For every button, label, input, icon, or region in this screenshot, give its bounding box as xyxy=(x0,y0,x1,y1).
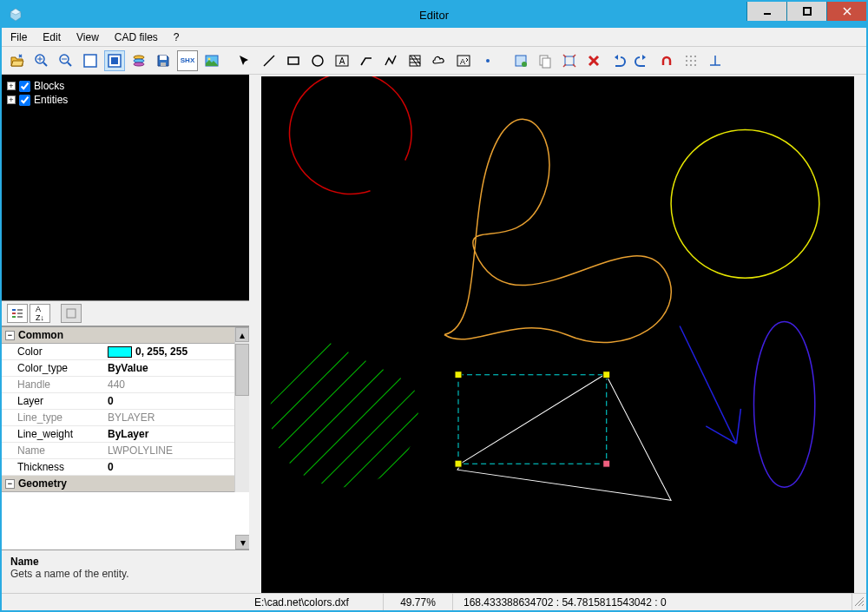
yellow-circle[interactable] xyxy=(671,129,819,278)
blue-arrow[interactable] xyxy=(680,326,740,444)
cloud-button[interactable] xyxy=(429,50,450,71)
save-button[interactable] xyxy=(153,50,174,71)
svg-point-35 xyxy=(486,59,490,63)
mtext-button[interactable]: A xyxy=(453,50,474,71)
svg-line-11 xyxy=(68,63,71,66)
select-button[interactable] xyxy=(234,50,255,71)
undo-button[interactable] xyxy=(608,50,628,71)
svg-point-43 xyxy=(686,56,687,57)
tree-view[interactable]: + Blocks + Entities xyxy=(2,75,249,300)
categorized-button[interactable] xyxy=(7,304,28,323)
close-button[interactable] xyxy=(826,2,866,21)
white-polyline[interactable] xyxy=(457,374,671,501)
menu-help[interactable]: ? xyxy=(174,31,180,43)
svg-line-69 xyxy=(261,352,348,475)
picture-button[interactable] xyxy=(201,50,222,71)
hatch-button[interactable] xyxy=(404,50,425,71)
svg-line-31 xyxy=(411,56,418,66)
prop-category-geometry[interactable]: − Geometry xyxy=(2,476,234,492)
menu-cad-files[interactable]: CAD files xyxy=(115,31,158,43)
layers-button[interactable] xyxy=(128,50,149,71)
prop-category-common[interactable]: − Common xyxy=(2,327,234,344)
prop-row-thickness[interactable]: Thickness 0 xyxy=(2,459,234,476)
prop-row-lineweight[interactable]: Line_weight ByLayer xyxy=(2,426,234,443)
leader-button[interactable] xyxy=(356,50,377,71)
prop-pages-button[interactable] xyxy=(61,304,82,323)
grid-button[interactable] xyxy=(681,50,701,71)
red-arc[interactable] xyxy=(289,76,411,194)
prop-row-name: Name LWPOLYLINE xyxy=(2,443,234,459)
svg-line-67 xyxy=(279,378,401,501)
black-bg-button[interactable] xyxy=(104,50,125,71)
blue-ellipse[interactable] xyxy=(753,321,814,487)
snap-button[interactable] xyxy=(656,50,677,71)
green-hatch[interactable] xyxy=(261,335,453,527)
property-grid[interactable]: − Common Color 0, 255, 255 Color_type By… xyxy=(2,326,249,549)
menu-edit[interactable]: Edit xyxy=(43,31,61,43)
white-bg-button[interactable] xyxy=(80,50,101,71)
drawing-canvas[interactable] xyxy=(261,76,854,593)
extents-button[interactable] xyxy=(559,50,580,71)
grip-icon[interactable] xyxy=(603,460,610,467)
svg-point-47 xyxy=(690,60,692,62)
svg-line-65 xyxy=(261,361,366,484)
delete-button[interactable] xyxy=(583,50,604,71)
svg-rect-39 xyxy=(542,58,550,68)
collapse-icon[interactable]: − xyxy=(5,331,15,340)
svg-point-48 xyxy=(694,60,696,62)
tree-item-blocks[interactable]: + Blocks xyxy=(7,80,244,92)
tree-checkbox[interactable] xyxy=(19,81,30,92)
circle-button[interactable] xyxy=(307,50,328,71)
grip-icon[interactable] xyxy=(455,460,462,467)
zoom-out-button[interactable] xyxy=(56,50,76,71)
maximize-button[interactable] xyxy=(786,2,826,21)
tree-item-entities[interactable]: + Entities xyxy=(7,94,244,106)
prop-row-layer[interactable]: Layer 0 xyxy=(2,393,234,410)
scrollbar[interactable]: ▴ ▾ xyxy=(234,327,249,492)
prop-row-color[interactable]: Color 0, 255, 255 xyxy=(2,344,234,360)
collapse-icon[interactable]: − xyxy=(5,479,15,489)
menu-file[interactable]: File xyxy=(10,31,27,43)
toolbar: SHX A A xyxy=(2,47,866,75)
grip-icon[interactable] xyxy=(455,372,462,378)
svg-rect-54 xyxy=(12,309,16,311)
ortho-button[interactable] xyxy=(705,50,726,71)
svg-rect-56 xyxy=(12,316,16,318)
canvas-area[interactable] xyxy=(249,75,866,593)
menu-view[interactable]: View xyxy=(76,31,99,43)
prop-row-colortype[interactable]: Color_type ByValue xyxy=(2,360,234,377)
svg-line-23 xyxy=(264,56,274,66)
text-button[interactable]: A xyxy=(332,50,352,71)
tree-label: Blocks xyxy=(34,80,64,92)
copy-button[interactable] xyxy=(535,50,556,71)
rect-button[interactable] xyxy=(283,50,304,71)
svg-rect-13 xyxy=(84,55,96,67)
alphabetical-button[interactable]: AZ↓ xyxy=(30,304,50,323)
svg-rect-58 xyxy=(17,313,23,314)
svg-line-68 xyxy=(296,387,418,510)
orange-spline[interactable] xyxy=(444,119,671,342)
svg-rect-40 xyxy=(565,56,574,65)
resize-grip[interactable] xyxy=(852,595,866,609)
svg-rect-24 xyxy=(288,57,299,64)
redo-button[interactable] xyxy=(632,50,653,71)
svg-rect-57 xyxy=(17,309,23,311)
svg-point-17 xyxy=(134,59,144,63)
line-button[interactable] xyxy=(259,50,279,71)
prop-row-handle: Handle 440 xyxy=(2,377,234,393)
desc-text: Gets a name of the entity. xyxy=(10,568,240,580)
expand-icon[interactable]: + xyxy=(7,95,16,104)
expand-icon[interactable]: + xyxy=(7,82,16,90)
svg-rect-60 xyxy=(67,309,76,318)
shx-button[interactable]: SHX xyxy=(177,50,198,71)
svg-point-46 xyxy=(686,60,687,62)
grip-icon[interactable] xyxy=(603,372,610,378)
point-button[interactable] xyxy=(477,50,498,71)
minimize-button[interactable] xyxy=(746,2,786,21)
block-button[interactable] xyxy=(510,50,531,71)
open-button[interactable] xyxy=(7,50,28,71)
polyline-button[interactable] xyxy=(380,50,401,71)
zoom-in-button[interactable] xyxy=(31,50,52,71)
tree-checkbox[interactable] xyxy=(19,95,30,106)
svg-point-25 xyxy=(312,56,323,66)
